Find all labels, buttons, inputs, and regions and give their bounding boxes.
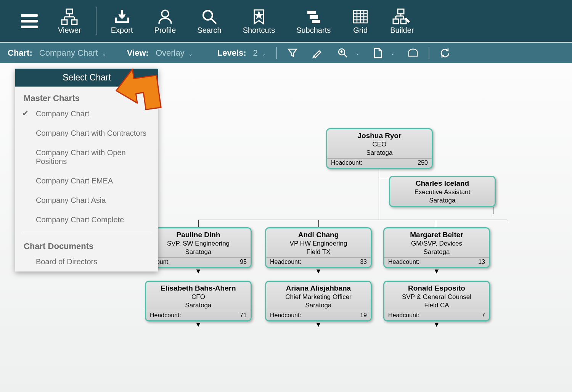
viewer-icon	[60, 8, 79, 26]
org-location: Saratoga	[146, 302, 251, 311]
svg-rect-23	[398, 9, 404, 14]
chevron-down-icon: ⌄	[262, 51, 266, 57]
chevron-down-icon: ⌄	[188, 51, 193, 57]
svg-rect-13	[307, 11, 316, 14]
chart-selector[interactable]: Company Chart ⌄	[39, 48, 106, 58]
org-headcount: Headcount: 19	[266, 311, 371, 320]
org-node-ceo[interactable]: Joshua Ryor CEO Saratoga Headcount: 250	[326, 128, 433, 169]
profile-button[interactable]: Profile	[144, 0, 187, 42]
menu-button[interactable]	[11, 14, 47, 28]
org-headcount: dcount: 95	[146, 257, 251, 267]
org-location: Field TX	[266, 248, 371, 257]
svg-rect-0	[66, 9, 72, 14]
headcount-label: Headcount:	[270, 259, 301, 265]
org-node[interactable]: Andi Chang VP HW Engineering Field TX He…	[265, 227, 372, 268]
builder-button[interactable]: Builder	[379, 0, 424, 42]
org-name: Pauline Dinh	[146, 228, 251, 239]
chart-option-open-positions[interactable]: Company Chart with Open Positions	[15, 143, 158, 171]
org-location: Saratoga	[384, 248, 489, 257]
filter-button[interactable]	[287, 47, 298, 59]
headcount-label: Headcount:	[150, 312, 181, 319]
dropdown-divider	[22, 232, 151, 232]
subcharts-label: Subcharts	[296, 26, 331, 35]
chart-option-complete[interactable]: Company Chart Complete	[15, 210, 158, 230]
view-selector[interactable]: Overlay ⌄	[156, 48, 193, 58]
org-name: Elisabeth Bahs-Ahern	[146, 282, 251, 292]
subcharts-button[interactable]: Subcharts	[286, 0, 341, 42]
headcount-label: Headcount:	[331, 159, 362, 166]
viewer-button[interactable]: Viewer	[47, 0, 92, 42]
org-title: Executive Assistant	[390, 188, 495, 197]
chevron-down-icon: ⌄	[390, 50, 395, 56]
expand-down-icon[interactable]: ▼	[195, 321, 202, 329]
expand-down-icon[interactable]: ▼	[315, 267, 322, 275]
chart-label: Chart:	[8, 48, 32, 58]
search-icon	[201, 8, 218, 26]
shortcuts-label: Shortcuts	[243, 26, 275, 35]
expand-down-icon[interactable]: ▼	[433, 321, 440, 329]
svg-rect-24	[393, 19, 398, 24]
svg-rect-2	[72, 20, 77, 24]
chart-option-board[interactable]: Board of Directors	[15, 252, 158, 272]
builder-label: Builder	[390, 26, 414, 35]
highlight-button[interactable]	[312, 47, 323, 59]
secondary-toolbar: Chart: Company Chart ⌄ View: Overlay ⌄ L…	[0, 43, 572, 63]
org-name: Ariana Alisjahbana	[266, 282, 371, 292]
svg-point-10	[203, 11, 212, 20]
org-title: CEO	[327, 140, 432, 149]
headcount-value: 7	[482, 312, 485, 319]
chevron-down-icon: ⌄	[355, 50, 360, 56]
svg-rect-15	[312, 20, 320, 23]
bookmark-star-icon	[251, 8, 267, 26]
viewer-label: Viewer	[58, 26, 81, 35]
expand-down-icon[interactable]: ▼	[195, 267, 202, 275]
chart-option-contractors[interactable]: Company Chart with Contractors	[15, 124, 158, 143]
grid-label: Grid	[353, 26, 368, 35]
org-headcount: Headcount: 71	[146, 311, 251, 320]
org-location: Saratoga	[327, 149, 432, 158]
org-headcount: Headcount: 250	[327, 158, 432, 168]
org-title: GM/SVP, Devices	[384, 239, 489, 248]
levels-selector-value: 2	[253, 48, 258, 58]
headcount-value: 71	[240, 312, 247, 319]
zoom-button[interactable]	[337, 47, 349, 59]
bread-button[interactable]	[407, 47, 419, 59]
headcount-value: 250	[418, 159, 428, 166]
org-node-assistant[interactable]: Charles Iceland Executive Assistant Sara…	[389, 176, 496, 207]
headcount-label: Headcount:	[388, 259, 419, 265]
search-button[interactable]: Search	[186, 0, 232, 42]
org-location: Saratoga	[390, 197, 495, 206]
org-node[interactable]: Ronald Esposito SVP & General Counsel Fi…	[383, 281, 490, 321]
secondary-divider	[429, 47, 429, 59]
org-node[interactable]: Elisabeth Bahs-Ahern CFO Saratoga Headco…	[145, 281, 252, 321]
levels-selector[interactable]: 2 ⌄	[253, 48, 266, 58]
dropdown-header: Select Chart	[15, 69, 158, 87]
org-node[interactable]: Margaret Beiter GM/SVP, Devices Saratoga…	[383, 227, 490, 268]
expand-down-icon[interactable]: ▼	[433, 267, 440, 275]
page-button[interactable]	[372, 47, 384, 59]
grid-button[interactable]: Grid	[341, 0, 379, 42]
chart-option-company-chart[interactable]: Company Chart	[15, 104, 158, 124]
chart-option-emea[interactable]: Company Chart EMEA	[15, 171, 158, 191]
dropdown-section-master: Master Charts	[15, 87, 158, 104]
org-headcount: Headcount: 33	[266, 257, 371, 267]
org-node[interactable]: Ariana Alisjahbana Chief Marketing Offic…	[265, 281, 372, 321]
shortcuts-button[interactable]: Shortcuts	[232, 0, 286, 42]
org-title: VP HW Engineering	[266, 239, 371, 248]
chart-option-asia[interactable]: Company Chart Asia	[15, 191, 158, 210]
svg-rect-14	[310, 15, 318, 19]
svg-rect-1	[62, 20, 67, 24]
view-selector-value: Overlay	[156, 48, 185, 58]
builder-icon	[392, 8, 411, 26]
headcount-value: 19	[360, 312, 367, 319]
toolbar-divider	[96, 7, 96, 35]
org-node[interactable]: Pauline Dinh SVP, SW Engineering Saratog…	[145, 227, 252, 268]
profile-label: Profile	[154, 26, 176, 35]
refresh-button[interactable]	[439, 47, 451, 59]
dropdown-section-documents: Chart Documents	[15, 235, 158, 252]
expand-down-icon[interactable]: ▼	[315, 321, 322, 329]
export-button[interactable]: Export	[100, 0, 144, 42]
org-location: Saratoga	[266, 302, 371, 311]
org-name: Charles Iceland	[390, 177, 495, 188]
headcount-label: Headcount:	[270, 312, 301, 319]
